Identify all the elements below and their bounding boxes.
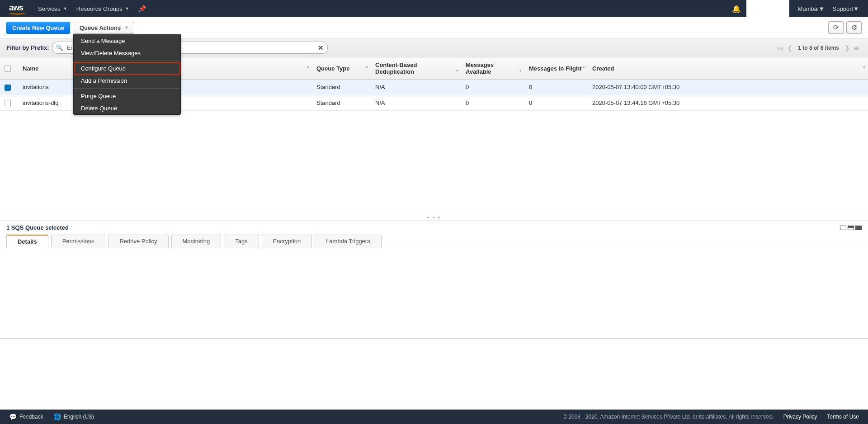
nav-region-label: Mumbai — [797, 5, 818, 12]
nav-services[interactable]: Services▼ — [38, 5, 67, 12]
sort-icon: ▾ — [519, 68, 522, 73]
tab-redrive[interactable]: Redrive Policy — [108, 235, 168, 248]
col-created[interactable]: Created▾ — [588, 57, 868, 80]
tab-encryption[interactable]: Encryption — [262, 235, 312, 248]
clear-icon[interactable]: ✕ — [318, 44, 324, 52]
pager-first[interactable]: ⏮ — [775, 44, 785, 52]
cell-flight: 0 — [524, 95, 588, 111]
create-queue-button[interactable]: Create New Queue — [6, 22, 70, 34]
cell-created: 2020-05-07 13:40:00 GMT+05:30 — [588, 80, 868, 95]
queue-actions-label: Queue Actions — [80, 24, 121, 31]
pager: ⏮ ❮ 1 to 8 of 8 items ❯ ⏭ — [775, 44, 862, 52]
col-type[interactable]: Queue Type▾ — [312, 57, 371, 80]
nav-support[interactable]: Support▼ — [833, 5, 859, 12]
tab-permissions[interactable]: Permissions — [51, 235, 106, 248]
cell-created: 2020-05-07 13:44:18 GMT+05:30 — [588, 95, 868, 111]
resize-handle[interactable]: ● ● ● — [0, 214, 868, 221]
refresh-icon: ⟳ — [833, 24, 839, 32]
cell-type: Standard — [312, 80, 371, 95]
refresh-button[interactable]: ⟳ — [828, 21, 844, 34]
cell-flight: 0 — [524, 80, 588, 95]
col-checkbox — [0, 57, 18, 80]
tab-details[interactable]: Details — [6, 235, 48, 248]
caret-down-icon: ▼ — [819, 5, 825, 12]
cell-dedup: N/A — [371, 95, 461, 111]
panel-maximize[interactable] — [855, 226, 862, 230]
sort-icon: ▾ — [456, 68, 458, 73]
menu-divider — [74, 88, 180, 89]
bell-icon[interactable]: 🔔 — [732, 5, 741, 13]
pager-next[interactable]: ❯ — [843, 44, 852, 52]
menu-send-message[interactable]: Send a Message — [74, 35, 180, 47]
search-icon: 🔍 — [56, 44, 63, 51]
cell-type: Standard — [312, 95, 371, 111]
bottom-panel: 1 SQS Queue selected Details Permissions… — [0, 221, 868, 339]
tabs: Details Permissions Redrive Policy Monit… — [0, 234, 868, 248]
nav-support-label: Support — [833, 5, 854, 12]
sort-icon: ▾ — [583, 65, 585, 70]
pager-prev[interactable]: ❮ — [785, 44, 794, 52]
tab-content — [0, 248, 868, 339]
aws-logo[interactable]: aws — [9, 3, 25, 14]
nav-resource-groups-label: Resource Groups — [76, 5, 123, 12]
panel-split[interactable] — [848, 226, 854, 230]
col-dedup[interactable]: Content-Based Deduplication▾ — [371, 57, 461, 80]
menu-view-delete-messages[interactable]: View/Delete Messages — [74, 47, 180, 59]
filter-label: Filter by Prefix: — [6, 44, 49, 51]
queue-actions-button[interactable]: Queue Actions▼ — [74, 22, 134, 34]
menu-configure-queue[interactable]: Configure Queue — [74, 62, 180, 75]
pager-last[interactable]: ⏭ — [852, 44, 862, 52]
caret-down-icon: ▼ — [124, 25, 128, 30]
top-nav: aws Services▼ Resource Groups▼ 📌 🔔 Mumba… — [0, 0, 868, 17]
menu-purge-queue[interactable]: Purge Queue — [74, 90, 180, 102]
panel-minimize[interactable] — [840, 226, 846, 230]
gear-icon: ⚙ — [851, 24, 857, 32]
tab-tags[interactable]: Tags — [224, 235, 259, 248]
cell-avail: 0 — [461, 80, 524, 95]
col-avail[interactable]: Messages Available▾ — [461, 57, 524, 80]
nav-resource-groups[interactable]: Resource Groups▼ — [76, 5, 129, 12]
tab-lambda[interactable]: Lambda Triggers — [315, 235, 382, 248]
sort-icon: ▾ — [863, 65, 865, 70]
cell-avail: 0 — [461, 95, 524, 111]
settings-button[interactable]: ⚙ — [846, 21, 862, 34]
queue-actions-menu: Send a Message View/Delete Messages Conf… — [73, 34, 181, 115]
selection-info: 1 SQS Queue selected — [0, 221, 868, 234]
select-all-checkbox[interactable] — [5, 66, 11, 72]
tab-monitoring[interactable]: Monitoring — [171, 235, 222, 248]
selection-text: 1 SQS Queue selected — [6, 224, 69, 231]
cell-dedup: N/A — [371, 80, 461, 95]
menu-delete-queue[interactable]: Delete Queue — [74, 102, 180, 114]
account-placeholder — [746, 0, 789, 17]
sort-icon: ▾ — [307, 65, 309, 70]
caret-down-icon: ▼ — [125, 6, 129, 11]
row-checkbox[interactable] — [5, 100, 11, 106]
pin-icon[interactable]: 📌 — [138, 5, 146, 12]
row-checkbox[interactable] — [5, 85, 11, 91]
menu-add-permission[interactable]: Add a Permission — [74, 75, 180, 87]
menu-divider — [74, 61, 180, 61]
pager-count: 1 to 8 of 8 items — [798, 45, 839, 51]
nav-region[interactable]: Mumbai▼ — [797, 5, 824, 12]
sort-icon: ▾ — [366, 65, 368, 70]
nav-services-label: Services — [38, 5, 61, 12]
col-flight[interactable]: Messages in Flight▾ — [524, 57, 588, 80]
caret-down-icon: ▼ — [63, 6, 67, 11]
caret-down-icon: ▼ — [853, 5, 859, 12]
